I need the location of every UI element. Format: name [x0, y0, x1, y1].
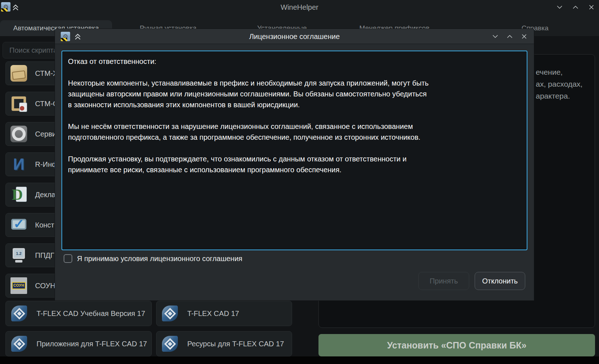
green-d-document-icon: D: [10, 186, 27, 203]
script-label: СОУН: [35, 282, 55, 290]
minimize-button[interactable]: [492, 33, 499, 40]
maximize-button[interactable]: [506, 33, 513, 40]
script-label: T-FLEX CAD 17: [187, 309, 239, 318]
license-paragraph: Отказ от ответственности:: [68, 56, 429, 67]
folder-icon: [10, 65, 27, 82]
window-controls: [556, 0, 595, 14]
decline-button[interactable]: Отклонить: [475, 272, 525, 290]
close-button[interactable]: [521, 33, 527, 40]
script-label: Конст: [35, 221, 54, 229]
tflex-icon: [11, 336, 27, 352]
monitor-icon: 1.2: [10, 247, 27, 264]
bottom-strip: [0, 356, 599, 364]
script-label: R-Инф: [35, 160, 58, 169]
script-label: T-FLEX CAD Учебная Версия 17: [37, 309, 145, 318]
description-text-fragment: ах, расходах,: [536, 78, 582, 90]
dialog-titlebar: ⚙ Лицензионное соглашение: [55, 29, 534, 44]
script-label: Серви: [35, 130, 56, 138]
dialog-title: Лицензионное соглашение: [55, 29, 534, 44]
close-icon: [521, 34, 527, 39]
script-label: СТМ-Х: [35, 69, 58, 78]
script-item-tflex-apps[interactable]: Приложения для T-FLEX CAD 17: [5, 331, 152, 356]
script-item-tflex-cad-edu[interactable]: T-FLEX CAD Учебная Версия 17: [5, 301, 152, 326]
monitor-check-icon: ✓: [10, 217, 27, 233]
install-button[interactable]: Установить «СПО Справки БК»: [318, 334, 595, 356]
script-label: Приложения для T-FLEX CAD 17: [37, 340, 147, 348]
document-frame-icon: [10, 95, 27, 112]
description-text-fragment: арактера.: [536, 90, 582, 102]
chevron-down-icon: [492, 34, 498, 39]
license-paragraph: Некоторые компоненты, устанавливаемые в …: [68, 78, 429, 110]
diamond-icon: [13, 308, 25, 320]
license-text-area[interactable]: Отказ от ответственности: Некоторые комп…: [61, 51, 527, 250]
minimize-button[interactable]: [556, 4, 563, 10]
icon-glyph: И: [13, 156, 25, 172]
script-label: ППДГ: [35, 251, 54, 260]
tflex-icon: [162, 336, 178, 352]
script-item-tflex-resources[interactable]: Ресурсы для T-FLEX CAD 17: [156, 331, 292, 356]
ring-icon: [10, 126, 27, 142]
close-icon: [589, 4, 594, 10]
chevron-up-icon: [573, 4, 578, 10]
description-text-fragment: ечение,: [536, 66, 582, 78]
accept-license-row: Я принимаю условия лицензионного соглаше…: [64, 254, 242, 263]
diamond-icon: [13, 338, 25, 350]
license-checkbox-label: Я принимаю условия лицензионного соглаше…: [77, 255, 242, 263]
license-checkbox[interactable]: [64, 254, 72, 263]
chevron-up-icon: [507, 34, 513, 39]
license-paragraph: Продолжая установку, вы подтверждаете, ч…: [68, 153, 429, 175]
tflex-icon: [162, 306, 178, 321]
script-item-tflex-cad[interactable]: T-FLEX CAD 17: [156, 301, 292, 326]
window-title: WineHelper: [0, 0, 599, 14]
diamond-icon: [164, 308, 176, 320]
close-button[interactable]: [588, 4, 595, 10]
soun-badge-icon: СОУН: [10, 277, 27, 294]
icon-glyph: СОУН: [12, 282, 26, 289]
accept-button[interactable]: Принять: [418, 272, 469, 290]
dialog-window-controls: [492, 29, 527, 44]
license-dialog: ⚙ Лицензионное соглашение Отказ от ответ…: [55, 29, 534, 300]
tflex-icon: [11, 306, 27, 321]
letter-i-icon: И: [10, 156, 27, 173]
main-window: ⚙ WineHelper Автоматическая установка Ру…: [0, 0, 599, 364]
icon-glyph: 1.2: [16, 251, 21, 256]
diamond-icon: [164, 338, 176, 350]
script-label: Декла: [35, 191, 55, 199]
icon-glyph: ✓: [13, 217, 24, 230]
icon-glyph: D: [12, 187, 23, 202]
script-label: Ресурсы для T-FLEX CAD 17: [187, 340, 284, 348]
main-titlebar: ⚙ WineHelper: [0, 0, 599, 14]
maximize-button[interactable]: [572, 4, 579, 10]
license-paragraph: Мы не несём ответственности за нарушение…: [68, 121, 429, 143]
chevron-down-icon: [557, 4, 562, 10]
